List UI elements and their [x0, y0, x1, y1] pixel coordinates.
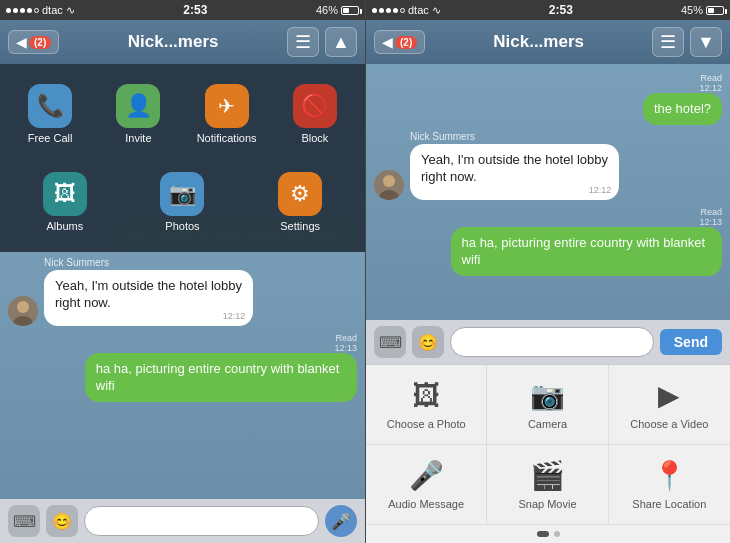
- battery-icon-left: [341, 6, 359, 15]
- emoji-icon-btn[interactable]: 😊: [46, 505, 78, 537]
- menu-item-notifications[interactable]: ✈ Notifications: [187, 74, 267, 154]
- right-panel: dtac ∿ 2:53 45% ◀ (2) Nick...mers ☰ ▼ Re…: [365, 0, 730, 543]
- rdot2: [379, 8, 384, 13]
- status-bar-left: dtac ∿ 2:53 46%: [0, 0, 365, 20]
- down-arrow-icon-right: ▼: [697, 32, 715, 53]
- msg-row-2: Read12:13 ha ha, picturing entire countr…: [8, 332, 357, 402]
- attach-item-movie[interactable]: 🎬 Snap Movie: [487, 445, 608, 525]
- keyboard-icon-btn-right[interactable]: ⌨: [374, 326, 406, 358]
- notifications-label: Notifications: [197, 132, 257, 144]
- rread-label-3: Read12:13: [699, 207, 722, 227]
- menu-item-photos[interactable]: 📷 Photos: [128, 162, 238, 242]
- carrier-right: dtac: [408, 4, 429, 16]
- attach-item-camera[interactable]: 📷 Camera: [487, 365, 608, 445]
- camera-icon: 📷: [530, 379, 565, 412]
- up-arrow-icon-left: ▲: [332, 32, 350, 53]
- rbubble-1: the hotel?: [643, 93, 722, 125]
- menu-item-albums[interactable]: 🖼 Albums: [10, 162, 120, 242]
- menu-item-settings[interactable]: ⚙ Settings: [245, 162, 355, 242]
- avatar-right: [374, 170, 404, 200]
- title-bar-right: ◀ (2) Nick...mers ☰ ▼: [366, 20, 730, 64]
- mic-button-left[interactable]: 🎤: [325, 505, 357, 537]
- photo-icon: 🖼: [412, 379, 440, 412]
- send-button[interactable]: Send: [660, 329, 722, 355]
- photos-icon: 📷: [160, 172, 204, 216]
- emoji-icon-btn-right[interactable]: 😊: [412, 326, 444, 358]
- attach-item-audio[interactable]: 🎤 Audio Message: [366, 445, 487, 525]
- msg-with-name: Nick Summers Yeah, I'm outside the hotel…: [44, 257, 312, 326]
- movie-icon: 🎬: [530, 459, 565, 492]
- notifications-icon: ✈: [205, 84, 249, 128]
- menu-top-grid: 📞 Free Call 👤 Invite ✈ Notifications 🚫 B…: [10, 74, 355, 154]
- menu-item-block[interactable]: 🚫 Block: [275, 74, 355, 154]
- time-left: 2:53: [183, 3, 207, 17]
- signal-dots-right: [372, 8, 405, 13]
- chat-area-right: Read12:12 the hotel? Nick Summers Yeah, …: [366, 64, 730, 320]
- dot3: [20, 8, 25, 13]
- battery-pct-right: 45%: [681, 4, 703, 16]
- rbubble-white: Yeah, I'm outside the hotel lobby right …: [410, 144, 619, 200]
- back-count-left: (2): [29, 36, 51, 49]
- menu-icon-btn-left[interactable]: ☰: [287, 27, 319, 57]
- tray-pagination: [366, 525, 730, 543]
- menu-bottom-grid: 🖼 Albums 📷 Photos ⚙ Settings: [10, 162, 355, 242]
- hamburger-icon-right: ☰: [660, 31, 676, 53]
- back-arrow-icon-right: ◀: [382, 34, 393, 50]
- location-label: Share Location: [632, 498, 706, 510]
- back-button-left[interactable]: ◀ (2): [8, 30, 59, 54]
- hamburger-icon-left: ☰: [295, 31, 311, 53]
- attach-item-photo[interactable]: 🖼 Choose a Photo: [366, 365, 487, 445]
- tray-dot-1: [537, 531, 549, 537]
- up-icon-btn-left[interactable]: ▲: [325, 27, 357, 57]
- rmsg-row-3: Read12:13 ha ha, picturing entire countr…: [374, 206, 722, 276]
- back-button-right[interactable]: ◀ (2): [374, 30, 425, 54]
- dot2: [13, 8, 18, 13]
- down-icon-btn-right[interactable]: ▼: [690, 27, 722, 57]
- audio-label: Audio Message: [388, 498, 464, 510]
- free-call-icon: 📞: [28, 84, 72, 128]
- attach-item-video[interactable]: ▶ Choose a Video: [609, 365, 730, 445]
- svg-point-4: [383, 175, 395, 187]
- msg-row-avatar: Nick Summers Yeah, I'm outside the hotel…: [8, 257, 357, 326]
- menu-item-free-call[interactable]: 📞 Free Call: [10, 74, 90, 154]
- albums-icon: 🖼: [43, 172, 87, 216]
- read-label-2: Read12:13: [334, 333, 357, 353]
- battery-pct-left: 46%: [316, 4, 338, 16]
- signal-dots: [6, 8, 39, 13]
- attach-tray: 🖼 Choose a Photo 📷 Camera ▶ Choose a Vid…: [366, 364, 730, 543]
- timestamp: 12:12: [223, 310, 246, 322]
- avatar-left: [8, 296, 38, 326]
- status-bar-right: dtac ∿ 2:53 45%: [366, 0, 730, 20]
- bottom-bar-right: ⌨ 😊 Send: [366, 320, 730, 364]
- status-left: dtac ∿: [6, 4, 75, 17]
- status-right-left: 46%: [316, 4, 359, 16]
- message-input-right[interactable]: [450, 327, 654, 357]
- message-input-left[interactable]: [84, 506, 319, 536]
- rdot4: [393, 8, 398, 13]
- rsender-name: Nick Summers: [410, 131, 678, 142]
- menu-item-invite[interactable]: 👤 Invite: [98, 74, 178, 154]
- title-bar-left: ◀ (2) Nick...mers ☰ ▲: [0, 20, 365, 64]
- battery-fill-left: [343, 8, 349, 13]
- menu-overlay: 📞 Free Call 👤 Invite ✈ Notifications 🚫 B…: [0, 64, 365, 252]
- movie-label: Snap Movie: [518, 498, 576, 510]
- rtimestamp: 12:12: [589, 184, 612, 196]
- keyboard-icon-btn[interactable]: ⌨: [8, 505, 40, 537]
- rdot5: [400, 8, 405, 13]
- block-icon: 🚫: [293, 84, 337, 128]
- attach-grid: 🖼 Choose a Photo 📷 Camera ▶ Choose a Vid…: [366, 365, 730, 525]
- tray-dot-2: [554, 531, 560, 537]
- attach-item-location[interactable]: 📍 Share Location: [609, 445, 730, 525]
- wifi-icon-left: ∿: [66, 4, 75, 17]
- bottom-bar-left: ⌨ 😊 🎤: [0, 499, 365, 543]
- rread-label-1: Read12:12: [699, 73, 722, 93]
- menu-icon-btn-right[interactable]: ☰: [652, 27, 684, 57]
- invite-icon: 👤: [116, 84, 160, 128]
- dot4: [27, 8, 32, 13]
- photo-label: Choose a Photo: [387, 418, 466, 430]
- invite-label: Invite: [125, 132, 151, 144]
- carrier-left: dtac: [42, 4, 63, 16]
- rbubble-3: ha ha, picturing entire country with bla…: [451, 227, 722, 276]
- chat-title-left: Nick...mers: [65, 32, 281, 52]
- left-panel: dtac ∿ 2:53 46% ◀ (2) Nick...mers ☰ ▲ 📞: [0, 0, 365, 543]
